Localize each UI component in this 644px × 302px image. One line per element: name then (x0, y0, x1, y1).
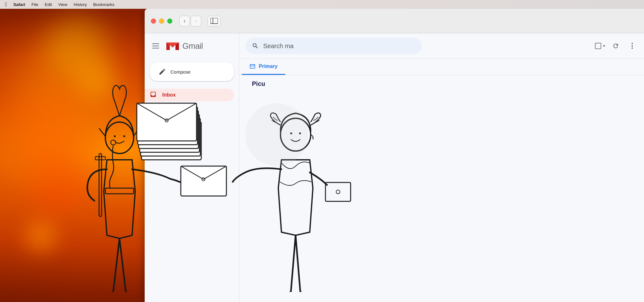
select-all-checkbox[interactable]: ▾ (595, 43, 605, 49)
hamburger-menu[interactable] (150, 41, 162, 51)
view-menu[interactable]: View (58, 2, 67, 7)
sidebar-item-inbox[interactable]: Inbox (145, 89, 234, 101)
gmail-tabs: Primary (239, 59, 644, 75)
apple-menu[interactable]:  (5, 1, 7, 8)
minimize-button[interactable] (159, 19, 164, 24)
sidebar-toggle-icon (210, 18, 218, 24)
maximize-button[interactable] (167, 19, 172, 24)
more-vert-icon: ⋮ (629, 42, 636, 50)
checkbox-box[interactable] (595, 43, 601, 49)
compose-label: Compose (170, 69, 191, 75)
forward-icon: › (195, 18, 197, 24)
refresh-icon (612, 42, 619, 49)
primary-tab-icon (249, 63, 256, 70)
hamburger-bar-2 (152, 46, 159, 46)
compose-button[interactable]: Compose (150, 62, 234, 81)
forward-button[interactable]: › (191, 16, 201, 26)
file-menu[interactable]: File (31, 2, 38, 7)
search-bar[interactable]: Search ma (246, 38, 422, 54)
bookmarks-menu[interactable]: Bookmarks (93, 2, 114, 7)
sidebar-nav: Inbox Starred (145, 86, 239, 116)
gmail-label: Gmail (182, 41, 203, 51)
tab-primary[interactable]: Primary (242, 59, 285, 75)
refresh-button[interactable] (610, 40, 621, 52)
browser-window: ‹ › (145, 9, 644, 302)
compose-pencil-icon (158, 68, 166, 76)
primary-content-row: Picu (239, 75, 644, 92)
search-placeholder-text: Search ma (263, 42, 294, 50)
close-button[interactable] (151, 19, 156, 24)
sidebar-toggle-button[interactable] (208, 16, 221, 26)
traffic-lights (151, 19, 172, 24)
hamburger-bar-1 (152, 43, 159, 44)
nav-buttons: ‹ › (179, 16, 201, 26)
select-dropdown-icon[interactable]: ▾ (603, 44, 605, 48)
gmail-main: Search ma ▾ ⋮ (239, 33, 644, 302)
sidebar-item-starred[interactable]: Starred (145, 101, 234, 114)
search-icon (252, 42, 259, 49)
gmail-header: Gmail (145, 33, 239, 59)
inbox-icon (150, 91, 157, 99)
inbox-label: Inbox (162, 92, 176, 98)
primary-tab-label: Primary (259, 64, 278, 69)
starred-icon (150, 103, 157, 112)
starred-label: Starred (162, 105, 179, 110)
macos-menubar:  Safari File Edit View History Bookmark… (0, 0, 644, 9)
gmail-sidebar: Gmail Compose Inb (145, 33, 239, 302)
back-icon: ‹ (184, 18, 186, 24)
hamburger-bar-3 (152, 48, 159, 48)
history-menu[interactable]: History (74, 2, 87, 7)
edit-menu[interactable]: Edit (45, 2, 52, 7)
main-controls-row: Search ma ▾ ⋮ (239, 33, 644, 59)
safari-menu[interactable]: Safari (14, 2, 25, 7)
picu-label: Picu (252, 80, 265, 87)
back-button[interactable]: ‹ (179, 16, 190, 26)
header-left: Gmail (145, 38, 239, 54)
gmail-logo: Gmail (165, 38, 203, 54)
svg-rect-0 (210, 18, 218, 24)
gmail-area: Gmail Compose Inb (145, 33, 644, 302)
safari-toolbar: ‹ › (145, 9, 644, 33)
gmail-m-icon (165, 38, 180, 54)
more-options-button[interactable]: ⋮ (626, 40, 638, 52)
